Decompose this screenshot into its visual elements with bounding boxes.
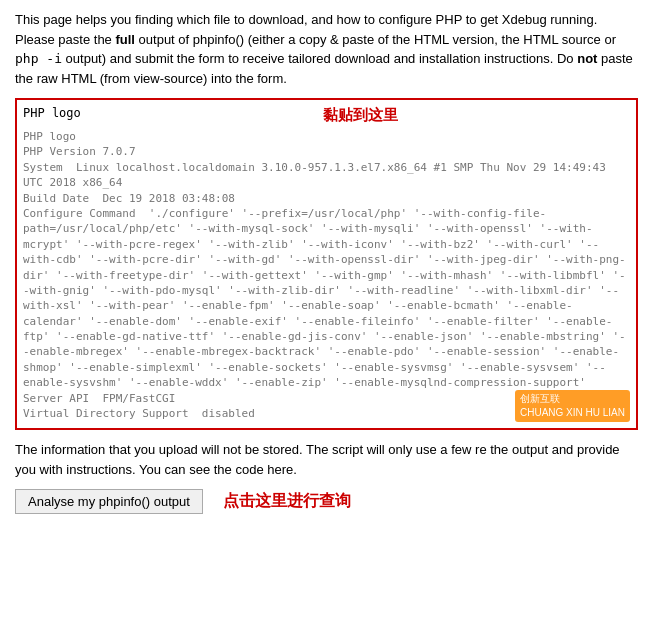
php-logo-label: PHP logo (23, 106, 81, 120)
intro-bold-full: full (115, 32, 135, 47)
click-hint-label: 点击这里进行查询 (223, 491, 351, 512)
phpinfo-textarea[interactable] (23, 129, 630, 419)
bottom-paragraph: The information that you upload will not… (15, 440, 638, 479)
intro-paragraph: This page helps you finding which file t… (15, 10, 638, 88)
intro-bold-not: not (577, 51, 597, 66)
phpinfo-input-container: PHP logo 黏贴到这里 创新互联 CHUANG XIN HU LIAN (15, 98, 638, 430)
textarea-header: PHP logo 黏贴到这里 (23, 106, 630, 125)
bottom-row: Analyse my phpinfo() output 点击这里进行查询 (15, 489, 638, 514)
intro-text-after-code: output) and submit the form to receive t… (62, 51, 577, 66)
paste-hint-label: 黏贴到这里 (91, 106, 630, 125)
intro-text-after-full: output of phpinfo() (either a copy & pas… (135, 32, 616, 47)
intro-code-inline: php -i (15, 51, 62, 66)
analyse-button[interactable]: Analyse my phpinfo() output (15, 489, 203, 514)
